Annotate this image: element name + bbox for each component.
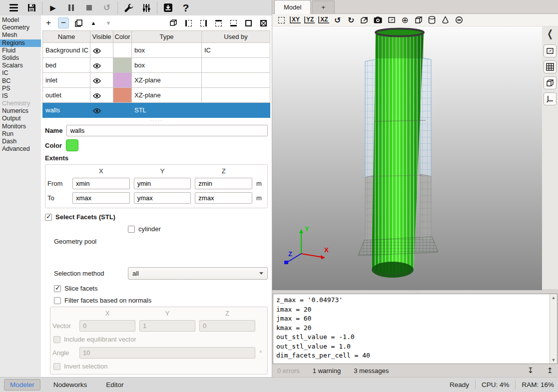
- screenshot-button[interactable]: [373, 15, 383, 25]
- table-row[interactable]: Background ICboxIC: [43, 43, 270, 58]
- select-facets-checkbox[interactable]: [45, 214, 52, 221]
- visible-cell[interactable]: [90, 73, 113, 88]
- scroll-to-bottom-button[interactable]: ↧: [528, 366, 534, 375]
- rotate-right-button[interactable]: ↻: [346, 15, 356, 25]
- color-cell[interactable]: [113, 103, 132, 118]
- duplicate-region-button[interactable]: [73, 17, 84, 28]
- new-region-bottom-button[interactable]: [228, 17, 239, 28]
- from-x-input[interactable]: [72, 178, 130, 189]
- toggle-regions-button[interactable]: [544, 76, 557, 89]
- mode-button-editor[interactable]: Editor: [100, 379, 129, 391]
- color-cell[interactable]: [113, 73, 132, 88]
- new-region-left-button[interactable]: [183, 17, 194, 28]
- remove-region-button[interactable]: −: [58, 17, 69, 28]
- equilibrant-checkbox[interactable]: [53, 336, 60, 343]
- reset-button[interactable]: ↺: [101, 2, 112, 13]
- sidebar-item-ps[interactable]: PS: [0, 85, 41, 92]
- 3d-viewport[interactable]: Y X Z: [272, 26, 542, 289]
- sidebar-item-model[interactable]: Model: [0, 16, 41, 24]
- add-region-button[interactable]: +: [43, 17, 54, 28]
- color-swatch-button[interactable]: [66, 139, 78, 151]
- used-by-cell[interactable]: [202, 103, 270, 118]
- color-cell[interactable]: [113, 43, 132, 58]
- messages-count[interactable]: 3 messages: [354, 367, 389, 375]
- mode-button-nodeworks[interactable]: Nodeworks: [47, 379, 93, 391]
- scroll-down-icon[interactable]: ▼: [552, 358, 556, 363]
- visible-cell[interactable]: [90, 103, 113, 118]
- stop-button[interactable]: [83, 2, 94, 13]
- move-region-up-button[interactable]: ▲: [88, 17, 99, 28]
- cylinder-checkbox[interactable]: [128, 226, 135, 233]
- panel-splitter[interactable]: ·····: [41, 118, 272, 124]
- region-name-cell[interactable]: outlet: [43, 88, 90, 103]
- used-by-cell[interactable]: [202, 88, 270, 103]
- view-xz-button[interactable]: XZ: [318, 15, 329, 25]
- help-button[interactable]: ?: [180, 2, 191, 13]
- sidebar-item-monitors[interactable]: Monitors: [0, 123, 41, 130]
- reset-view-button[interactable]: [276, 15, 286, 25]
- invert-selection-checkbox[interactable]: [53, 363, 60, 370]
- sidebar-item-bc[interactable]: BC: [0, 77, 41, 85]
- errors-count[interactable]: 0 errors: [277, 367, 300, 375]
- tab-model[interactable]: Model: [274, 0, 311, 14]
- visible-cell[interactable]: [90, 88, 113, 103]
- new-region-top-button[interactable]: [213, 17, 224, 28]
- sidebar-item-scalars[interactable]: Scalars: [0, 62, 41, 69]
- selection-method-select[interactable]: all: [128, 267, 268, 280]
- to-y-input[interactable]: [134, 192, 191, 204]
- sidebar-item-numerics[interactable]: Numerics: [0, 107, 41, 115]
- add-cone-button[interactable]: [441, 15, 451, 25]
- visibility-menu-button[interactable]: [387, 15, 397, 25]
- pause-button[interactable]: [65, 2, 76, 13]
- visible-cell[interactable]: [90, 43, 113, 58]
- sidebar-item-advanced[interactable]: Advanced: [0, 145, 41, 153]
- add-cylinder-button[interactable]: [427, 15, 437, 25]
- region-name-input[interactable]: [66, 125, 268, 136]
- type-cell[interactable]: box: [132, 43, 202, 58]
- sidebar-item-fluid[interactable]: Fluid: [0, 47, 41, 54]
- warnings-count[interactable]: 1 warning: [313, 367, 341, 375]
- from-z-input[interactable]: [195, 178, 252, 189]
- slice-facets-checkbox[interactable]: [54, 285, 61, 292]
- column-header[interactable]: Color: [113, 31, 132, 43]
- scroll-to-top-button[interactable]: ↥: [547, 366, 553, 375]
- table-row[interactable]: inletXZ-plane: [43, 73, 270, 88]
- sidebar-item-regions[interactable]: Regions: [0, 39, 41, 47]
- type-cell[interactable]: STL: [132, 103, 202, 118]
- sidebar-item-mesh[interactable]: Mesh: [0, 31, 41, 39]
- settings-button[interactable]: [141, 2, 152, 13]
- sidebar-item-dash[interactable]: Dash: [0, 138, 41, 145]
- region-name-cell[interactable]: walls: [43, 103, 90, 118]
- new-region-3d-button[interactable]: [168, 17, 179, 28]
- vector-z-input[interactable]: [199, 320, 255, 332]
- perspective-button[interactable]: [360, 15, 370, 25]
- add-sphere-button[interactable]: ⊕: [400, 15, 410, 25]
- sidebar-item-run[interactable]: Run: [0, 130, 41, 138]
- column-header[interactable]: Type: [132, 31, 202, 43]
- build-button[interactable]: [123, 2, 134, 13]
- view-yz-button[interactable]: YZ: [304, 15, 315, 25]
- add-torus-button[interactable]: [454, 15, 464, 25]
- menu-button[interactable]: [8, 2, 19, 13]
- view-xy-button[interactable]: XY: [290, 15, 301, 25]
- to-x-input[interactable]: [72, 192, 130, 204]
- geometry-pool-list[interactable]: [45, 250, 268, 263]
- vector-x-input[interactable]: [79, 320, 135, 332]
- new-region-right-button[interactable]: [198, 17, 209, 28]
- visible-cell[interactable]: [90, 58, 113, 73]
- to-z-input[interactable]: [195, 192, 252, 204]
- table-row[interactable]: wallsSTL: [43, 103, 270, 118]
- column-header[interactable]: Visible: [90, 31, 113, 43]
- sidebar-item-geometry[interactable]: Geometry: [0, 24, 41, 31]
- terminal-scrollbar[interactable]: ▲ ▼: [550, 294, 557, 364]
- sidebar-item-is[interactable]: IS: [0, 92, 41, 100]
- from-y-input[interactable]: [134, 178, 191, 189]
- terminal-output[interactable]: z_max = '0.04973' imax = 20 jmax = 60 km…: [273, 294, 550, 364]
- toggle-mesh-button[interactable]: [544, 60, 557, 73]
- column-header[interactable]: Name: [43, 31, 90, 43]
- angle-input[interactable]: [79, 347, 255, 359]
- download-button[interactable]: [162, 2, 173, 13]
- add-box-button[interactable]: [414, 15, 424, 25]
- new-region-stl-button[interactable]: [258, 17, 269, 28]
- new-region-full-button[interactable]: [243, 17, 254, 28]
